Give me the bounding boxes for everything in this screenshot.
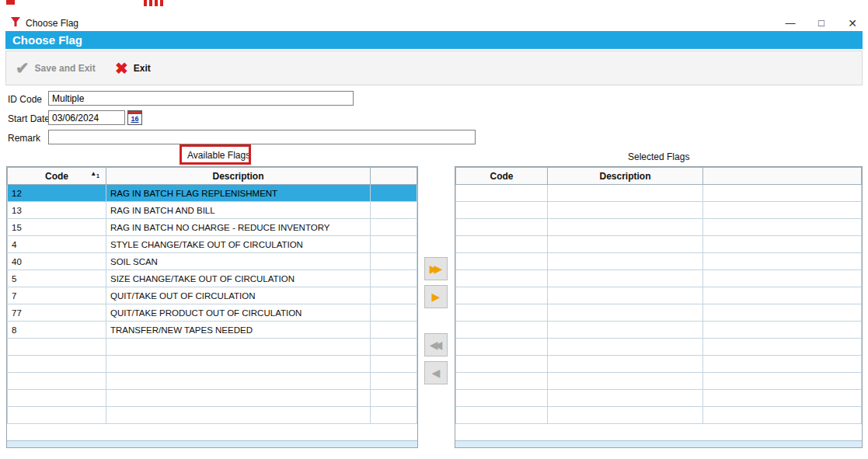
table-row[interactable] bbox=[456, 304, 862, 322]
table-cell-blank[interactable] bbox=[703, 287, 862, 304]
table-cell-description[interactable]: SOIL SCAN bbox=[106, 253, 371, 270]
table-cell-code[interactable]: 8 bbox=[8, 322, 106, 339]
table-cell-blank[interactable] bbox=[703, 253, 862, 270]
table-cell-description[interactable] bbox=[548, 390, 703, 407]
table-cell-description[interactable]: TRANSFER/NEW TAPES NEEDED bbox=[106, 322, 371, 339]
table-cell-code[interactable] bbox=[456, 322, 548, 339]
table-row[interactable] bbox=[8, 373, 417, 390]
table-cell-description[interactable]: RAG IN BATCH FLAG REPLENISHMENT bbox=[106, 185, 371, 202]
table-row[interactable] bbox=[456, 373, 862, 390]
table-cell-code[interactable] bbox=[456, 185, 548, 202]
table-cell-description[interactable] bbox=[106, 407, 371, 424]
table-cell-code[interactable] bbox=[8, 356, 106, 373]
table-cell-description[interactable]: QUIT/TAKE PRODUCT OUT OF CIRCULATION bbox=[106, 304, 371, 322]
table-cell-description[interactable]: RAG IN BATCH NO CHARGE - REDUCE INVENTOR… bbox=[106, 219, 371, 236]
table-cell-description[interactable] bbox=[548, 373, 703, 390]
table-cell-code[interactable]: 15 bbox=[8, 219, 106, 236]
column-header-description[interactable]: Description bbox=[548, 168, 703, 185]
table-cell-blank[interactable] bbox=[703, 390, 862, 407]
table-cell-description[interactable] bbox=[106, 373, 371, 390]
table-cell-code[interactable] bbox=[8, 373, 106, 390]
table-row[interactable] bbox=[456, 322, 862, 339]
table-cell-code[interactable]: 4 bbox=[8, 236, 106, 253]
table-row[interactable] bbox=[456, 356, 862, 373]
table-cell-code[interactable] bbox=[456, 202, 548, 219]
table-cell-description[interactable] bbox=[106, 390, 371, 407]
table-row[interactable]: 4STYLE CHANGE/TAKE OUT OF CIRCULATION bbox=[8, 236, 417, 253]
table-cell-description[interactable] bbox=[548, 253, 703, 270]
table-row[interactable] bbox=[456, 339, 862, 356]
table-row[interactable] bbox=[456, 202, 862, 219]
table-cell-blank[interactable] bbox=[703, 356, 862, 373]
table-cell-blank[interactable] bbox=[371, 287, 417, 304]
table-row[interactable] bbox=[456, 236, 862, 253]
table-row[interactable]: 12RAG IN BATCH FLAG REPLENISHMENT bbox=[8, 185, 417, 202]
table-cell-code[interactable] bbox=[456, 373, 548, 390]
table-cell-blank[interactable] bbox=[371, 407, 417, 424]
table-cell-description[interactable] bbox=[548, 202, 703, 219]
start-date-input[interactable] bbox=[48, 110, 125, 125]
table-cell-code[interactable] bbox=[8, 390, 106, 407]
table-cell-blank[interactable] bbox=[371, 202, 417, 219]
table-row[interactable]: 8TRANSFER/NEW TAPES NEEDED bbox=[8, 322, 417, 339]
table-cell-code[interactable]: 40 bbox=[8, 253, 106, 270]
table-cell-blank[interactable] bbox=[703, 373, 862, 390]
table-cell-description[interactable] bbox=[548, 356, 703, 373]
table-cell-blank[interactable] bbox=[371, 373, 417, 390]
table-cell-code[interactable] bbox=[456, 287, 548, 304]
table-row[interactable] bbox=[456, 407, 862, 424]
table-row[interactable] bbox=[456, 253, 862, 270]
table-cell-description[interactable]: QUIT/TAKE OUT OF CIRCULATION bbox=[106, 287, 371, 304]
table-cell-code[interactable] bbox=[456, 356, 548, 373]
table-cell-blank[interactable] bbox=[703, 219, 862, 236]
table-row[interactable] bbox=[456, 219, 862, 236]
table-cell-description[interactable] bbox=[548, 304, 703, 322]
table-cell-blank[interactable] bbox=[371, 236, 417, 253]
table-row[interactable]: 77QUIT/TAKE PRODUCT OUT OF CIRCULATION bbox=[8, 304, 417, 322]
table-cell-code[interactable]: 12 bbox=[8, 185, 106, 202]
table-cell-code[interactable] bbox=[456, 304, 548, 322]
table-cell-description[interactable] bbox=[548, 407, 703, 424]
table-row[interactable]: 5SIZE CHANGE/TAKE OUT OF CIRCULATION bbox=[8, 270, 417, 287]
table-cell-description[interactable]: SIZE CHANGE/TAKE OUT OF CIRCULATION bbox=[106, 270, 371, 287]
save-and-exit-button[interactable]: ✔ Save and Exit bbox=[16, 51, 96, 85]
table-cell-blank[interactable] bbox=[371, 219, 417, 236]
move-all-left-button[interactable]: ◀◀ bbox=[424, 333, 448, 356]
column-header-code[interactable]: Code bbox=[456, 168, 548, 185]
table-cell-blank[interactable] bbox=[703, 407, 862, 424]
table-cell-code[interactable]: 7 bbox=[8, 287, 106, 304]
move-right-button[interactable]: ▶ bbox=[424, 285, 448, 308]
table-cell-description[interactable] bbox=[548, 236, 703, 253]
table-cell-description[interactable]: STYLE CHANGE/TAKE OUT OF CIRCULATION bbox=[106, 236, 371, 253]
table-row[interactable] bbox=[456, 185, 862, 202]
column-header-code[interactable]: Code ▲1 bbox=[8, 168, 106, 185]
maximize-icon[interactable]: □ bbox=[813, 16, 830, 31]
table-cell-blank[interactable] bbox=[703, 270, 862, 287]
table-row[interactable]: 40SOIL SCAN bbox=[8, 253, 417, 270]
table-cell-blank[interactable] bbox=[703, 236, 862, 253]
table-cell-code[interactable] bbox=[456, 219, 548, 236]
table-cell-description[interactable] bbox=[548, 219, 703, 236]
table-cell-code[interactable] bbox=[8, 339, 106, 356]
table-cell-blank[interactable] bbox=[371, 304, 417, 322]
table-row[interactable] bbox=[8, 390, 417, 407]
table-cell-blank[interactable] bbox=[371, 322, 417, 339]
table-cell-description[interactable] bbox=[548, 322, 703, 339]
table-cell-code[interactable]: 77 bbox=[8, 304, 106, 322]
table-cell-blank[interactable] bbox=[703, 202, 862, 219]
table-cell-blank[interactable] bbox=[371, 390, 417, 407]
table-cell-blank[interactable] bbox=[703, 304, 862, 322]
table-row[interactable] bbox=[456, 287, 862, 304]
table-cell-description[interactable]: RAG IN BATCH AND BILL bbox=[106, 202, 371, 219]
table-cell-code[interactable] bbox=[456, 339, 548, 356]
table-cell-code[interactable]: 13 bbox=[8, 202, 106, 219]
table-cell-description[interactable] bbox=[548, 185, 703, 202]
table-cell-blank[interactable] bbox=[703, 339, 862, 356]
table-row[interactable] bbox=[456, 270, 862, 287]
table-cell-code[interactable] bbox=[456, 390, 548, 407]
table-cell-description[interactable] bbox=[548, 287, 703, 304]
table-cell-code[interactable] bbox=[456, 253, 548, 270]
calendar-picker-button[interactable]: 16 bbox=[127, 110, 142, 125]
table-cell-description[interactable] bbox=[548, 339, 703, 356]
table-cell-blank[interactable] bbox=[371, 270, 417, 287]
